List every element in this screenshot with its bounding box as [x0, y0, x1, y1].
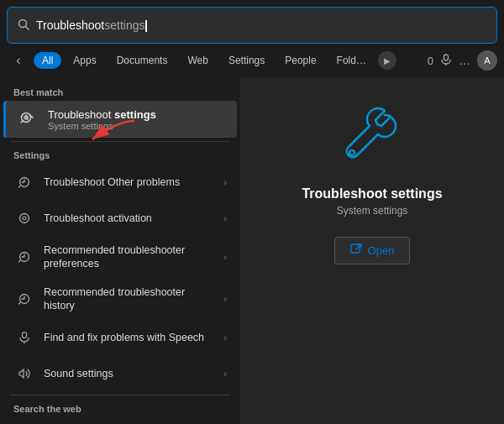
best-match-subtitle: System settings	[48, 121, 156, 131]
tab-documents[interactable]: Documents	[108, 52, 176, 69]
user-avatar[interactable]: A	[477, 50, 497, 71]
more-tabs-button[interactable]: ▶	[378, 51, 396, 70]
list-item-sound[interactable]: Sound settings ›	[3, 356, 237, 391]
tab-all[interactable]: All	[34, 52, 61, 69]
settings-icon-1	[13, 207, 35, 229]
chevron-icon-2: ›	[223, 252, 227, 262]
open-label: Open	[368, 244, 395, 257]
tab-web[interactable]: Web	[179, 52, 216, 69]
list-item-sound-text: Sound settings	[44, 367, 220, 380]
list-item-recommended-prefs[interactable]: Recommended troubleshooter preferences ›	[3, 237, 237, 278]
search-bar[interactable]: Troubleshootsettings	[7, 7, 497, 44]
tab-people[interactable]: People	[276, 52, 324, 69]
list-item-speech-text: Find and fix problems with Speech	[44, 331, 220, 344]
overflow-icon[interactable]: …	[459, 54, 470, 67]
open-button[interactable]: Open	[334, 237, 411, 264]
settings-icon-3	[13, 288, 35, 310]
svg-rect-17	[351, 244, 360, 253]
list-item-activation[interactable]: Troubleshoot activation ›	[3, 201, 237, 236]
list-item-recommended-history[interactable]: Recommended troubleshooter history ›	[3, 279, 237, 320]
web-search-label: Search the web	[0, 399, 240, 417]
list-item-recommended-history-text: Recommended troubleshooter history	[44, 285, 220, 313]
svg-rect-2	[444, 55, 449, 60]
back-button[interactable]: ‹	[7, 49, 30, 72]
svg-point-9	[23, 217, 26, 220]
list-item-speech[interactable]: Find and fix problems with Speech ›	[3, 320, 237, 355]
chevron-icon-5: ›	[223, 369, 227, 379]
result-count: 0	[428, 55, 433, 67]
settings-icon-4	[13, 327, 35, 348]
right-panel-subtitle: System settings	[337, 205, 408, 217]
divider-1	[10, 141, 230, 142]
settings-label: Settings	[0, 145, 240, 164]
best-match-text: Troubleshoot settings System settings	[48, 108, 156, 131]
best-match-title: Troubleshoot settings	[48, 108, 156, 121]
chevron-icon-3: ›	[223, 294, 227, 304]
microphone-icon[interactable]	[440, 54, 452, 68]
right-panel-title: Troubleshoot settings	[302, 186, 442, 202]
open-icon	[350, 243, 362, 258]
list-item-activation-text: Troubleshoot activation	[44, 212, 220, 225]
divider-2	[10, 395, 230, 395]
right-panel-icon	[339, 102, 406, 173]
settings-icon-2	[13, 246, 35, 268]
tab-right-section: 0 … A	[428, 50, 497, 71]
best-match-icon	[16, 107, 39, 131]
list-item-other-problems[interactable]: Troubleshoot Other problems ›	[3, 165, 237, 200]
left-panel: Best match Troubleshoot settings System …	[0, 77, 240, 424]
svg-rect-12	[23, 332, 27, 338]
settings-icon-0	[13, 171, 35, 193]
chevron-icon-1: ›	[223, 213, 227, 223]
main-layout: Best match Troubleshoot settings System …	[0, 77, 504, 424]
settings-icon-5	[13, 363, 35, 385]
svg-line-1	[26, 26, 29, 29]
filter-tabs: ‹ All Apps Documents Web Settings People…	[0, 44, 504, 77]
list-item-web-search[interactable]: Troubleshoot - See web results ›	[3, 418, 237, 424]
search-input[interactable]: Troubleshootsettings	[36, 18, 147, 32]
best-match-label: Best match	[0, 82, 240, 101]
best-match-item[interactable]: Troubleshoot settings System settings	[3, 101, 237, 138]
search-icon	[18, 18, 29, 33]
svg-point-8	[20, 214, 29, 223]
list-item-other-problems-text: Troubleshoot Other problems	[44, 175, 220, 189]
chevron-icon-0: ›	[223, 177, 227, 187]
list-item-recommended-prefs-text: Recommended troubleshooter preferences	[44, 243, 220, 271]
chevron-icon-4: ›	[223, 332, 227, 343]
right-panel: Troubleshoot settings System settings Op…	[240, 77, 504, 424]
tab-settings[interactable]: Settings	[220, 52, 273, 69]
tab-folders[interactable]: Fold…	[328, 52, 375, 69]
tab-apps[interactable]: Apps	[65, 52, 104, 69]
svg-point-16	[349, 150, 354, 155]
